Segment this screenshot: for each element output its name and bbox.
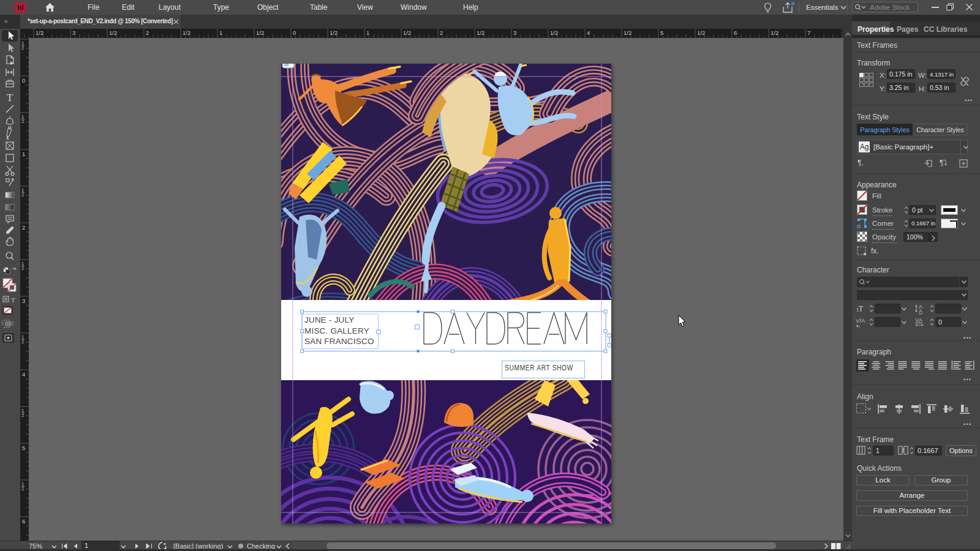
svg-text:1/2: 1/2 [36, 29, 43, 36]
svg-text:∞: ∞ [284, 64, 288, 68]
svg-text:2: 2 [22, 224, 25, 231]
svg-text:2: 2 [21, 486, 24, 492]
svg-text:1/2: 1/2 [624, 29, 631, 36]
svg-text:1: 1 [366, 29, 369, 36]
svg-text:T: T [7, 92, 13, 103]
svg-text:SUMMER ART SHOW: SUMMER ART SHOW [505, 363, 573, 372]
svg-text:JUNE - JULY: JUNE - JULY [304, 315, 354, 324]
svg-text:3: 3 [513, 29, 516, 36]
svg-text:1/2: 1/2 [183, 29, 190, 36]
svg-text:1/2: 1/2 [109, 29, 117, 36]
svg-text:SAN FRANCISCO: SAN FRANCISCO [304, 337, 374, 346]
svg-text:5: 5 [660, 29, 663, 36]
svg-text:1: 1 [22, 151, 25, 157]
svg-text:A: A [919, 308, 922, 314]
svg-text:2: 2 [21, 266, 24, 271]
svg-text:6: 6 [22, 518, 25, 525]
svg-text:0: 0 [293, 29, 296, 36]
svg-text:MISC. GALLERY: MISC. GALLERY [304, 326, 369, 335]
svg-text:4: 4 [22, 371, 25, 378]
svg-text:3: 3 [72, 29, 75, 36]
svg-text:4: 4 [587, 29, 590, 36]
svg-text:VA: VA [915, 317, 923, 323]
svg-text:1/2: 1/2 [477, 29, 484, 36]
svg-text:1/2: 1/2 [697, 29, 705, 36]
svg-text:2: 2 [21, 339, 24, 345]
svg-text:1/2: 1/2 [771, 29, 778, 36]
svg-text:7: 7 [807, 29, 810, 36]
svg-text:2: 2 [146, 29, 149, 36]
svg-text:1/2: 1/2 [403, 29, 411, 36]
svg-text:5: 5 [22, 444, 25, 451]
svg-text:2: 2 [21, 119, 24, 124]
svg-text:0: 0 [22, 77, 25, 84]
svg-text:6: 6 [734, 29, 737, 36]
svg-text:1: 1 [219, 29, 222, 36]
svg-text:3: 3 [22, 298, 25, 304]
svg-text:2: 2 [21, 192, 24, 198]
svg-text:1/2: 1/2 [256, 29, 264, 36]
svg-text:2: 2 [21, 413, 24, 418]
svg-text:2: 2 [21, 45, 24, 51]
svg-text:1/2: 1/2 [550, 29, 558, 36]
svg-text:2: 2 [440, 29, 443, 36]
svg-text:V/A: V/A [856, 317, 865, 324]
svg-text:T: T [11, 296, 15, 304]
svg-text:1/2: 1/2 [330, 29, 337, 36]
